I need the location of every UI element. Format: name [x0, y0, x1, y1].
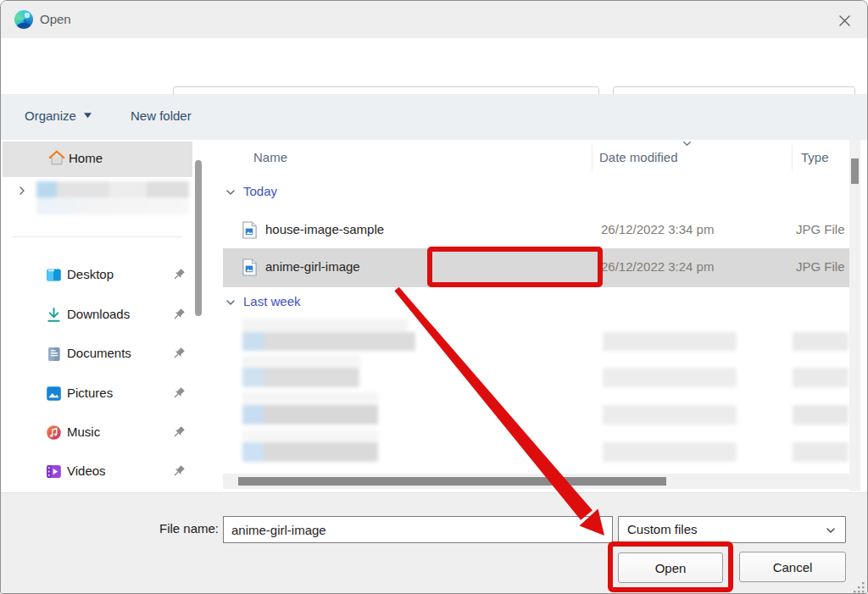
close-button[interactable] — [833, 9, 855, 31]
videos-icon — [45, 463, 63, 480]
resize-grip[interactable] — [852, 580, 865, 594]
sidebar-item-documents[interactable]: Documents — [1, 337, 192, 371]
pin-icon — [170, 385, 187, 402]
dialog-window: Open — [0, 0, 868, 594]
sidebar-scrollbar[interactable] — [195, 160, 202, 316]
pin-icon — [170, 306, 187, 323]
sidebar-item-label: Videos — [67, 464, 106, 478]
open-button[interactable]: Open — [618, 552, 723, 583]
cancel-button[interactable]: Cancel — [739, 552, 846, 582]
sidebar-item-videos[interactable]: Videos — [1, 455, 192, 489]
expand-chevron-icon[interactable] — [16, 185, 28, 197]
vertical-scrollbar-thumb[interactable] — [851, 158, 859, 184]
horizontal-scrollbar-thumb[interactable] — [238, 477, 666, 486]
pictures-icon — [45, 385, 63, 402]
sidebar: Home — [1, 140, 204, 492]
file-name-label: File name: — [136, 521, 219, 536]
file-name: anime-girl-image — [265, 259, 360, 274]
file-type-select[interactable]: Custom files — [618, 516, 846, 543]
window-title: Open — [40, 12, 71, 26]
file-list: Name Date modified Type Today house-imag… — [204, 140, 860, 492]
sidebar-item-label: Desktop — [67, 267, 114, 281]
column-header-date-modified[interactable]: Date modified — [599, 150, 678, 164]
sidebar-item-home[interactable]: Home — [3, 142, 192, 177]
sidebar-item-music[interactable]: Music — [1, 416, 192, 450]
column-header-name[interactable]: Name — [253, 150, 287, 164]
sidebar-divider — [13, 236, 182, 237]
file-date-modified: 26/12/2022 3:24 pm — [601, 259, 714, 274]
group-label: Today — [243, 184, 277, 198]
sidebar-item-label: Pictures — [67, 386, 113, 400]
sidebar-item-pictures[interactable]: Pictures — [1, 377, 192, 411]
close-icon — [838, 14, 851, 27]
pin-icon — [170, 266, 187, 283]
group-label: Last week — [243, 294, 301, 308]
open-file-dialog: Open — [0, 0, 868, 594]
dialog-footer: File name: Custom files Open Cancel — [1, 492, 867, 594]
organize-caret-icon — [84, 113, 92, 119]
downloads-icon — [45, 306, 63, 324]
jpg-file-icon — [242, 258, 258, 276]
vertical-scrollbar[interactable] — [849, 140, 860, 491]
sidebar-item-label: Music — [67, 425, 100, 439]
sidebar-item-label: Home — [69, 151, 103, 165]
column-header-type[interactable]: Type — [801, 150, 829, 164]
sidebar-item-downloads[interactable]: Downloads — [1, 298, 192, 332]
title-bar: Open — [1, 1, 867, 38]
group-header-last-week[interactable]: Last week — [204, 294, 831, 314]
sidebar-item-label: Documents — [67, 346, 131, 360]
horizontal-scrollbar[interactable] — [223, 474, 849, 489]
group-header-today[interactable]: Today — [204, 184, 831, 204]
sidebar-item-desktop[interactable]: Desktop — [1, 258, 192, 292]
column-separator[interactable] — [792, 145, 793, 170]
home-icon — [47, 149, 66, 168]
file-type-value: Custom files — [627, 522, 698, 536]
edge-logo-icon — [14, 10, 33, 29]
sort-chevron-icon — [682, 138, 693, 149]
file-type: JPG File — [796, 222, 845, 236]
main-area: Home — [1, 140, 867, 492]
redacted-sidebar-item — [36, 181, 189, 214]
select-chevron-icon — [825, 525, 837, 536]
column-separator[interactable] — [592, 145, 593, 170]
group-collapse-icon — [225, 186, 236, 198]
file-name: house-image-sample — [265, 222, 384, 236]
pin-icon — [170, 424, 187, 441]
group-collapse-icon — [225, 297, 236, 308]
file-type: JPG File — [796, 259, 845, 274]
sidebar-item-label: Downloads — [67, 307, 130, 321]
command-bar: Organize New folder ? — [1, 94, 867, 140]
pin-icon — [170, 345, 187, 362]
navigation-bar: Downloads — [1, 38, 867, 94]
desktop-icon — [45, 266, 63, 284]
file-name-input[interactable] — [223, 516, 613, 543]
organize-menu[interactable]: Organize — [25, 108, 92, 123]
new-folder-label: New folder — [131, 108, 192, 123]
pin-icon — [170, 463, 187, 480]
music-icon — [45, 424, 63, 441]
new-folder-button[interactable]: New folder — [131, 108, 192, 123]
jpg-file-icon — [242, 221, 258, 239]
file-row-anime-girl-image[interactable]: anime-girl-image 26/12/2022 3:24 pm JPG … — [223, 248, 849, 287]
documents-icon — [45, 345, 63, 363]
file-date-modified: 26/12/2022 3:34 pm — [601, 222, 714, 236]
organize-label: Organize — [25, 108, 76, 123]
file-row-house-image-sample[interactable]: house-image-sample 26/12/2022 3:34 pm JP… — [223, 214, 849, 247]
